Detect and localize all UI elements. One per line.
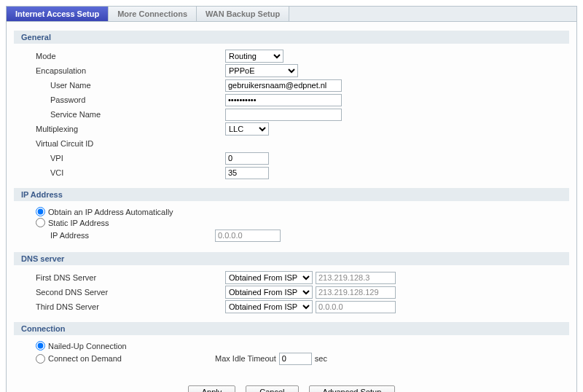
ip-auto-radio[interactable] <box>36 207 45 216</box>
vci-input[interactable] <box>225 167 269 179</box>
nailed-up-label: Nailed-Up Connection <box>48 342 127 350</box>
tab-internet-access-setup[interactable]: Internet Access Setup <box>7 7 109 21</box>
section-header-dns: DNS server <box>14 252 569 265</box>
button-row: Apply Cancel Advanced Setup <box>14 371 569 392</box>
dns2-input[interactable] <box>316 286 396 299</box>
multiplexing-select[interactable]: LLC <box>225 122 269 136</box>
encapsulation-select[interactable]: PPPoE <box>225 64 298 77</box>
tab-more-connections[interactable]: More Connections <box>109 7 197 21</box>
ip-address-input[interactable] <box>215 230 281 242</box>
username-label: User Name <box>36 81 225 90</box>
vpi-input[interactable] <box>225 152 269 165</box>
mode-select[interactable]: Routing <box>225 50 283 63</box>
ip-section: Obtain an IP Address Automatically Stati… <box>14 207 569 248</box>
password-label: Password <box>36 95 225 104</box>
ip-auto-label: Obtain an IP Address Automatically <box>48 208 173 216</box>
encapsulation-label: Encapsulation <box>36 66 225 75</box>
tab-wan-backup-setup[interactable]: WAN Backup Setup <box>197 7 289 21</box>
max-idle-timeout-unit: sec <box>315 354 327 363</box>
connect-on-demand-label: Connect on Demand <box>48 354 122 363</box>
vpi-label: VPI <box>36 154 225 162</box>
dns3-mode-select[interactable]: Obtained From ISP <box>225 300 313 313</box>
config-panel: Internet Access Setup More Connections W… <box>6 6 577 392</box>
cancel-button[interactable]: Cancel <box>246 385 298 392</box>
dns1-label: First DNS Server <box>36 273 225 282</box>
username-input[interactable] <box>225 79 342 92</box>
nailed-up-radio[interactable] <box>36 341 45 350</box>
ip-static-label: Static IP Address <box>48 219 109 227</box>
vci-label: VCI <box>36 168 225 177</box>
mode-label: Mode <box>36 52 225 60</box>
virtual-circuit-id-label: Virtual Circuit ID <box>36 139 225 148</box>
dns1-input[interactable] <box>316 272 396 284</box>
dns1-mode-select[interactable]: Obtained From ISP <box>225 271 313 284</box>
password-input[interactable] <box>225 94 342 106</box>
connection-section: Nailed-Up Connection Connect on Demand M… <box>14 341 569 371</box>
tab-bar: Internet Access Setup More Connections W… <box>7 7 576 22</box>
dns2-label: Second DNS Server <box>36 288 225 297</box>
apply-button[interactable]: Apply <box>188 385 236 392</box>
dns3-input[interactable] <box>316 301 396 313</box>
section-header-ip: IP Address <box>14 188 569 201</box>
service-name-label: Service Name <box>36 110 225 119</box>
section-header-connection: Connection <box>14 322 569 335</box>
ip-static-radio[interactable] <box>36 218 45 227</box>
dns-section: First DNS Server Obtained From ISP Secon… <box>14 271 569 318</box>
dns2-mode-select[interactable]: Obtained From ISP <box>225 286 313 299</box>
section-header-general: General <box>14 31 569 44</box>
content-area: General Mode Routing Encapsulation PPPoE <box>7 22 576 392</box>
advanced-setup-button[interactable]: Advanced Setup <box>309 385 396 392</box>
max-idle-timeout-input[interactable] <box>279 353 312 365</box>
max-idle-timeout-label: Max Idle Timeout <box>215 354 276 363</box>
connect-on-demand-radio[interactable] <box>36 354 45 364</box>
general-section: Mode Routing Encapsulation PPPoE User Na… <box>14 50 569 184</box>
dns3-label: Third DNS Server <box>36 302 225 311</box>
multiplexing-label: Multiplexing <box>36 125 225 133</box>
service-name-input[interactable] <box>225 109 342 121</box>
ip-address-label: IP Address <box>36 231 215 240</box>
